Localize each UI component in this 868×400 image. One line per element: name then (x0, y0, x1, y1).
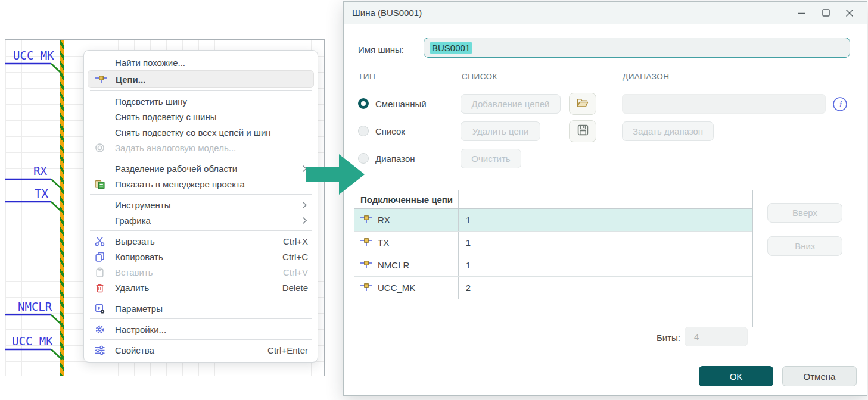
menu-item-label: Подсветить шину (115, 96, 308, 107)
table-row[interactable]: TX 1 (354, 232, 752, 254)
dialog-titlebar[interactable]: Шина (BUS0001) (344, 2, 867, 24)
net-count: 1 (459, 209, 478, 231)
menu-item-shortcut: Ctrl+X (283, 236, 308, 246)
radio-list[interactable]: Список (358, 125, 405, 137)
radio-range[interactable]: Диапазон (358, 152, 415, 164)
menu-item-show-in-project-manager[interactable]: Показать в менеджере проекта (88, 176, 314, 192)
radio-icon[interactable] (358, 98, 369, 109)
menu-item-analog-model: Задать аналоговую модель... (88, 140, 314, 155)
menu-separator (90, 230, 312, 231)
cancel-button[interactable]: Отмена (782, 366, 857, 386)
paste-icon (95, 267, 115, 277)
add-nets-button: Добавление цепей (461, 94, 561, 114)
table-header-count (459, 190, 478, 208)
folder-open-icon (576, 98, 589, 111)
range-input (622, 94, 826, 114)
menu-item-tools[interactable]: Инструменты (88, 197, 314, 212)
menu-item-find-similar[interactable]: Найти похожие... (88, 55, 314, 70)
close-button[interactable] (841, 5, 858, 21)
dialog-title: Шина (BUS0001) (352, 8, 787, 18)
scissors-icon (95, 236, 115, 246)
menu-item-label: Показать в менеджере проекта (115, 179, 308, 189)
bus-name-input[interactable]: BUS0001 (424, 38, 850, 58)
bits-input: 4 (685, 327, 748, 346)
net-label[interactable]: TX (35, 187, 48, 200)
radio-mixed[interactable]: Смешанный (358, 98, 427, 110)
radio-icon[interactable] (358, 126, 369, 136)
menu-item-shortcut: Delete (282, 283, 308, 293)
menu-item-cut[interactable]: Вырезать Ctrl+X (88, 233, 314, 249)
move-down-button: Вниз (767, 236, 842, 256)
menu-item-label: Параметры (115, 304, 308, 314)
remove-nets-button: Удалить цепи (461, 121, 540, 141)
section-range-header: ДИАПАЗОН (623, 72, 670, 81)
menu-item-label: Вставить (115, 267, 272, 277)
table-row[interactable]: RX 1 (354, 209, 752, 232)
minimize-button[interactable] (793, 5, 811, 21)
section-list-header: СПИСОК (462, 72, 497, 81)
connected-nets-table: Подключенные цепи RX 1 TX 1 NMCLR (354, 190, 753, 327)
menu-item-label: Графика (115, 215, 297, 226)
trash-icon (95, 283, 115, 293)
floppy-save-icon (577, 124, 589, 138)
menu-item-copy[interactable]: Копировать Ctrl+C (88, 249, 314, 264)
menu-item-shortcut: Ctrl+C (282, 252, 308, 262)
submenu-chevron-icon (302, 216, 308, 225)
radio-label: Смешанный (375, 99, 427, 109)
menu-separator (90, 90, 312, 91)
bus-dialog: Шина (BUS0001) Имя шины: BUS0001 ТИП СПИ… (343, 1, 867, 396)
maximize-button[interactable] (817, 5, 835, 21)
menu-item-unhighlight-bus[interactable]: Снять подсветку с шины (88, 109, 314, 124)
net-name: UCC_MK (378, 283, 415, 293)
menu-item-label: Задать аналоговую модель... (115, 143, 308, 153)
bits-label: Биты: (647, 333, 680, 343)
ok-button[interactable]: OK (699, 366, 773, 386)
menu-item-properties[interactable]: Свойства Ctrl+Enter (88, 342, 314, 358)
gear-icon (95, 324, 115, 335)
copy-icon (95, 252, 115, 262)
table-header-nets: Подключенные цепи (354, 190, 459, 208)
menu-separator (90, 298, 312, 298)
menu-item-delete[interactable]: Удалить Delete (88, 280, 314, 295)
net-count: 1 (459, 232, 478, 254)
menu-item-settings[interactable]: Настройки... (88, 321, 314, 337)
net-icon (360, 215, 372, 226)
move-up-button: Вверх (767, 203, 842, 223)
net-label[interactable]: RX (33, 164, 47, 177)
net-icon (360, 238, 372, 248)
menu-item-highlight-bus[interactable]: Подсветить шину (88, 93, 314, 109)
save-file-button[interactable] (569, 120, 596, 142)
menu-item-label: Снять подсветку с шины (115, 112, 308, 122)
svg-text:i: i (839, 99, 842, 109)
context-menu: Найти похожие... Цепи... Подсветить шину… (83, 50, 318, 362)
menu-item-split-workspace[interactable]: Разделение рабочей области (88, 161, 314, 176)
menu-item-shortcut: Ctrl+V (283, 267, 308, 277)
menu-item-graphics[interactable]: Графика (88, 212, 314, 228)
net-label[interactable]: NMCLR (18, 300, 52, 313)
menu-item-shortcut: Ctrl+Enter (267, 345, 308, 355)
clear-button: Очистить (461, 149, 521, 168)
radio-label: Список (375, 126, 405, 136)
menu-item-label: Копировать (115, 252, 272, 262)
menu-separator (90, 339, 312, 340)
section-type-header: ТИП (358, 72, 375, 81)
net-count: 1 (459, 254, 478, 276)
bus-name-label: Имя шины: (358, 45, 404, 55)
submenu-chevron-icon (302, 201, 308, 210)
menu-item-label: Снять подсветку со всех цепей и шин (115, 127, 308, 138)
menu-item-nets[interactable]: Цепи... (88, 70, 314, 88)
open-file-button[interactable] (569, 93, 596, 115)
spiral-icon (95, 143, 115, 153)
menu-item-label: Найти похожие... (115, 58, 308, 68)
menu-item-parameters[interactable]: Параметры (88, 301, 314, 316)
table-row[interactable]: UCC_MK 2 (354, 277, 752, 299)
net-label[interactable]: UCC_MK (12, 335, 53, 348)
menu-item-unhighlight-all[interactable]: Снять подсветку со всех цепей и шин (88, 124, 314, 140)
net-icon (95, 75, 116, 84)
table-header-extra (478, 190, 752, 208)
table-row[interactable]: NMCLR 1 (354, 254, 752, 277)
parameters-icon (95, 304, 115, 314)
menu-separator (90, 318, 312, 319)
net-label[interactable]: UCC_MK (13, 49, 54, 62)
info-icon[interactable]: i (832, 96, 848, 114)
